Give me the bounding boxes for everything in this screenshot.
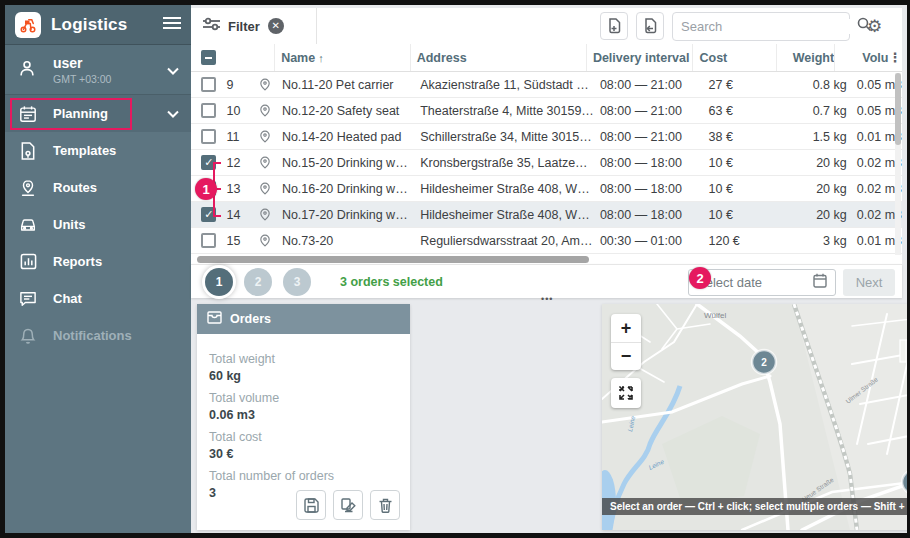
- delete-orders-button[interactable]: [370, 490, 400, 520]
- row-number: 11: [227, 130, 255, 144]
- page-button-3[interactable]: 3: [283, 268, 311, 296]
- stat-label: Total volume: [209, 391, 398, 405]
- order-address: Hildesheimer Straße 408, Wülfel 30…: [414, 182, 594, 196]
- select-all-checkbox[interactable]: [201, 50, 216, 65]
- sidebar-item-label: Notifications: [53, 328, 132, 343]
- order-volume: 0.02 m3: [847, 208, 902, 222]
- zoom-in-button[interactable]: +: [611, 314, 641, 342]
- sidebar-item-label: Templates: [53, 143, 116, 158]
- routes-icon: [17, 179, 39, 197]
- page-button-1[interactable]: 1: [205, 268, 233, 296]
- sidebar-item-label: Units: [53, 217, 86, 232]
- fullscreen-button[interactable]: [611, 378, 641, 408]
- column-menu-icon[interactable]: ⋮: [888, 50, 902, 65]
- order-delivery-interval: 08:00 — 21:00: [594, 130, 703, 144]
- filter-label: Filter: [228, 19, 260, 34]
- row-checkbox-cell: [191, 155, 227, 170]
- order-weight: 1.5 kg: [788, 130, 847, 144]
- sidebar: Logistics user GMT +03:00 PlanningTempla…: [5, 5, 191, 533]
- pagination-bar: 123 3 orders selected Next: [191, 264, 902, 298]
- column-header-interval[interactable]: Delivery interval: [586, 44, 693, 71]
- next-button[interactable]: Next: [843, 269, 895, 296]
- table-row[interactable]: 12No.15-20 Drinking waterKronsbergstraße…: [191, 150, 902, 176]
- copy-orders-button[interactable]: [333, 490, 363, 520]
- selection-status: 3 orders selected: [340, 275, 443, 289]
- create-order-button[interactable]: [600, 12, 628, 40]
- row-checkbox-cell: [191, 103, 227, 118]
- sidebar-item-chat[interactable]: Chat: [5, 280, 191, 317]
- column-header-name[interactable]: Name↑: [274, 44, 410, 71]
- save-orders-button[interactable]: [296, 490, 326, 520]
- app-window: Logistics user GMT +03:00 PlanningTempla…: [5, 5, 907, 533]
- map-cluster-marker[interactable]: 2: [752, 350, 776, 374]
- user-icon: [17, 58, 39, 82]
- order-name: No.15-20 Drinking water: [276, 156, 414, 170]
- order-volume: 0.02 m3: [847, 156, 902, 170]
- settings-gear-icon[interactable]: ⚙: [867, 16, 882, 37]
- panel-resize-handle[interactable]: •••: [541, 294, 553, 304]
- order-delivery-interval: 08:00 — 18:00: [594, 182, 703, 196]
- sidebar-item-planning[interactable]: Planning: [5, 95, 191, 132]
- order-weight: 0.8 kg: [788, 78, 847, 92]
- pin-icon[interactable]: [254, 130, 276, 143]
- calendar-icon[interactable]: [813, 273, 827, 292]
- svg-text:2: 2: [761, 357, 767, 368]
- table-row[interactable]: 10No.12-20 Safety seatTheaterstraße 4, M…: [191, 98, 902, 124]
- row-number: 12: [227, 156, 255, 170]
- vertical-scrollbar[interactable]: [895, 73, 901, 145]
- page-button-2[interactable]: 2: [244, 268, 272, 296]
- annotation-bracket-tick: [213, 215, 221, 217]
- menu-icon[interactable]: [163, 16, 181, 34]
- map[interactable]: WülfelUlmer Straße7. Allee6. Allee4. All…: [602, 304, 907, 530]
- order-cost: 27 €: [703, 78, 788, 92]
- horizontal-scrollbar[interactable]: [197, 256, 589, 263]
- order-weight: 20 kg: [788, 208, 847, 222]
- sidebar-item-label: Planning: [53, 106, 108, 121]
- order-weight: 0.7 kg: [788, 104, 847, 118]
- zoom-out-button[interactable]: −: [611, 342, 641, 370]
- order-address: Hildesheimer Straße 408, Wülfel 30…: [414, 208, 594, 222]
- row-checkbox[interactable]: [201, 233, 216, 248]
- search-input[interactable]: [681, 19, 857, 34]
- stat-label: Total cost: [209, 430, 398, 444]
- pin-icon[interactable]: [254, 78, 276, 91]
- pin-icon[interactable]: [254, 182, 276, 195]
- sidebar-item-notifications[interactable]: Notifications: [5, 317, 191, 354]
- templates-icon: [17, 142, 39, 160]
- table-row[interactable]: 13No.16-20 Drinking waterHildesheimer St…: [191, 176, 902, 202]
- filter-sliders-icon: [203, 17, 220, 35]
- table-row[interactable]: 14No.17-20 Drinking water co…Hildesheime…: [191, 202, 902, 228]
- clear-filter-icon[interactable]: ✕: [268, 18, 284, 34]
- import-orders-button[interactable]: [636, 12, 664, 40]
- pin-icon[interactable]: [254, 104, 276, 117]
- orders-panel-title: Orders: [230, 312, 271, 326]
- filter-button[interactable]: Filter ✕: [191, 8, 317, 44]
- row-number: 14: [227, 208, 255, 222]
- order-cost: 120 €: [703, 234, 788, 248]
- column-header-cost[interactable]: Cost: [692, 44, 775, 71]
- chevron-down-icon: [167, 61, 179, 79]
- pin-icon[interactable]: [254, 208, 276, 221]
- row-checkbox[interactable]: [201, 129, 216, 144]
- row-checkbox[interactable]: [201, 103, 216, 118]
- row-checkbox[interactable]: [201, 77, 216, 92]
- orders-stats: Total weight60 kgTotal volume0.06 m3Tota…: [197, 334, 410, 500]
- map-canvas: WülfelUlmer Straße7. Allee6. Allee4. All…: [602, 304, 907, 530]
- sidebar-item-reports[interactable]: Reports: [5, 243, 191, 280]
- stat-value: 30 €: [209, 447, 398, 461]
- table-row[interactable]: 9No.11-20 Pet carrierAkazienstraße 11, S…: [191, 72, 902, 98]
- order-name: No.73-20: [276, 234, 414, 248]
- user-menu[interactable]: user GMT +03:00: [5, 45, 191, 95]
- column-header-volume[interactable]: Volu: [834, 44, 888, 71]
- sidebar-item-routes[interactable]: Routes: [5, 169, 191, 206]
- date-input[interactable]: [697, 275, 813, 290]
- table-row[interactable]: 15No.73-20Reguliersdwarsstraat 20, Amste…: [191, 228, 902, 254]
- table-row[interactable]: 11No.14-20 Heated padSchillerstraße 34, …: [191, 124, 902, 150]
- sidebar-item-units[interactable]: Units: [5, 206, 191, 243]
- column-header-address[interactable]: Address: [410, 44, 586, 71]
- column-header-weight[interactable]: Weight: [776, 44, 834, 71]
- pin-icon[interactable]: [254, 156, 276, 169]
- row-number: 10: [227, 104, 255, 118]
- pin-icon[interactable]: [254, 234, 276, 247]
- sidebar-item-templates[interactable]: Templates: [5, 132, 191, 169]
